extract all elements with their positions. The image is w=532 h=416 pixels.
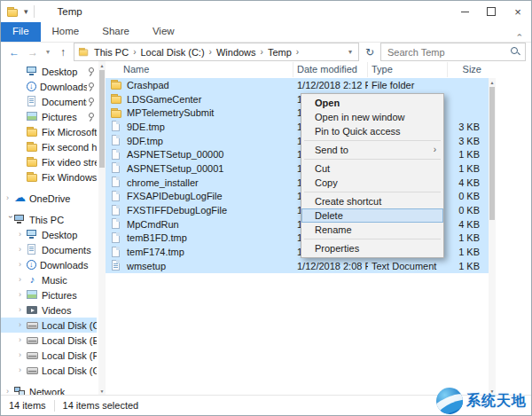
breadcrumb-segment-windows[interactable]: Windows <box>213 47 260 58</box>
sidebar-item-downloads[interactable]: Downloads <box>1 79 97 94</box>
sidebar-item-onedrive[interactable]: ›OneDrive <box>1 191 97 206</box>
up-button[interactable]: ↑ <box>55 46 71 59</box>
file-name-cell: FXSAPIDebugLogFile <box>106 191 293 202</box>
chevron-collapsed-icon[interactable]: › <box>19 306 27 314</box>
tab-share[interactable]: Share <box>90 22 141 42</box>
sidebar-item-desktop[interactable]: Desktop <box>1 64 97 79</box>
sidebar-scrollbar[interactable]: ▲ ▼ <box>98 61 106 396</box>
search-box[interactable] <box>380 43 526 61</box>
menu-item-properties[interactable]: Properties <box>301 241 443 255</box>
sidebar-item-videos[interactable]: ›Videos <box>1 302 97 318</box>
sidebar-item-label: Fix Windows 10 f <box>42 172 97 183</box>
sidebar-item-fix-second-hard[interactable]: Fix second hard <box>1 139 97 154</box>
sidebar-item-documents[interactable]: Documents <box>1 94 97 109</box>
minimize-button[interactable] <box>451 1 478 22</box>
title-bar: ▾ Temp × <box>1 1 531 22</box>
chevron-collapsed-icon[interactable]: › <box>19 231 27 239</box>
column-header-date-modified[interactable]: Date modified <box>293 62 368 77</box>
search-input[interactable] <box>386 46 511 59</box>
file-name-cell: ASPNETSetup_00000 <box>106 149 293 161</box>
sidebar-item-pictures[interactable]: Pictures <box>1 109 97 124</box>
sidebar-item-downloads[interactable]: ›Downloads <box>1 257 97 272</box>
pictures-icon <box>27 111 38 122</box>
sidebar-item-this-pc[interactable]: ›This PC <box>1 212 97 227</box>
sidebar-item-local-disk-e[interactable]: ›Local Disk (E:) <box>1 333 97 348</box>
sidebar-item-desktop[interactable]: ›Desktop <box>1 227 97 242</box>
chevron-collapsed-icon[interactable]: › <box>19 276 27 284</box>
sidebar-item-fix-microsoft-ho[interactable]: Fix Microsoft Ho <box>1 124 97 139</box>
breadcrumb-segment-local-disk-c[interactable]: Local Disk (C:) <box>137 47 207 58</box>
column-header-name[interactable]: Name <box>106 62 293 77</box>
ribbon-expand-chevron-icon[interactable]: › <box>514 34 528 36</box>
file-list-scrollbar[interactable]: ▲ ▼ <box>489 78 496 396</box>
chevron-collapsed-icon[interactable]: › <box>19 366 27 374</box>
file-row-crashpad[interactable]: Crashpad1/12/2018 2:12 PMFile folder <box>106 78 489 92</box>
sidebar-item-label: OneDrive <box>29 193 97 204</box>
tab-home[interactable]: Home <box>41 22 91 42</box>
chevron-collapsed-icon[interactable]: › <box>19 351 27 359</box>
column-header-size[interactable]: Size <box>448 62 489 77</box>
back-button[interactable]: ← <box>6 46 22 59</box>
column-header-type[interactable]: Type <box>368 62 448 77</box>
menu-item-pin-to-quick-access[interactable]: Pin to Quick access <box>301 124 443 138</box>
document-icon <box>27 244 38 255</box>
refresh-icon[interactable]: ↻ <box>362 46 378 59</box>
file-icon <box>111 232 122 244</box>
file-text-icon <box>111 260 122 271</box>
close-button[interactable]: × <box>505 1 531 22</box>
sidebar-item-documents[interactable]: ›Documents <box>1 242 97 257</box>
chevron-collapsed-icon[interactable]: › <box>19 336 27 344</box>
address-dropdown-chevron-icon[interactable]: ▾ <box>346 48 355 56</box>
search-icon[interactable] <box>511 47 520 57</box>
menu-item-create-shortcut[interactable]: Create shortcut <box>301 194 443 208</box>
file-row-wmsetup[interactable]: wmsetup1/12/2018 2:08 PMText Document1 K… <box>106 259 489 273</box>
chevron-collapsed-icon[interactable]: › <box>19 321 27 329</box>
menu-item-copy[interactable]: Copy <box>301 176 443 190</box>
breadcrumb-box[interactable]: This PC›Local Disk (C:)›Windows›Temp› ▾ <box>74 43 359 61</box>
sidebar-item-pictures[interactable]: ›Pictures <box>1 287 97 302</box>
menu-item-open-in-new-window[interactable]: Open in new window <box>301 110 443 124</box>
file-list-scrollbar-thumb[interactable] <box>489 87 495 220</box>
chevron-collapsed-icon[interactable]: › <box>19 261 27 269</box>
tab-file[interactable]: File <box>1 22 41 42</box>
history-dropdown-icon[interactable]: ▾ <box>43 48 52 56</box>
chevron-expanded-icon[interactable]: › <box>6 216 14 224</box>
breadcrumb-segment-temp[interactable]: Temp <box>264 47 295 58</box>
sidebar-item-fix-video-stream[interactable]: Fix video stream <box>1 154 97 169</box>
qat-customize-chevron-icon[interactable]: ▾ <box>24 7 28 16</box>
chevron-collapsed-icon[interactable]: › <box>19 291 27 299</box>
forward-button[interactable]: → <box>25 46 41 59</box>
sidebar-item-music[interactable]: ›Music <box>1 272 97 287</box>
disk-icon <box>27 319 38 331</box>
caption-buttons: × <box>451 1 531 22</box>
file-name-cell: MpCmdRun <box>106 218 293 230</box>
sidebar-item-label: Fix video stream <box>42 157 97 168</box>
sidebar-item-local-disk-f[interactable]: ›Local Disk (F:) <box>1 348 97 363</box>
file-name: temF174.tmp <box>127 247 184 257</box>
desktop-icon <box>27 66 38 77</box>
maximize-button[interactable] <box>478 1 505 22</box>
scroll-down-icon[interactable]: ▼ <box>98 389 106 394</box>
file-icon <box>111 218 122 230</box>
file-icon <box>111 149 122 161</box>
sidebar-item-fix-windows-10-f[interactable]: Fix Windows 10 f <box>1 169 97 184</box>
scroll-up-icon[interactable]: ▲ <box>489 80 496 85</box>
menu-separator <box>304 159 441 160</box>
videos-icon <box>27 304 38 316</box>
breadcrumb-segment-this-pc[interactable]: This PC <box>90 47 132 58</box>
chevron-collapsed-icon[interactable]: › <box>19 246 27 254</box>
sidebar-scrollbar-thumb[interactable] <box>99 70 105 168</box>
sidebar-item-local-disk-c[interactable]: ›Local Disk (C:) <box>1 318 97 333</box>
menu-item-delete[interactable]: Delete <box>301 208 443 223</box>
scroll-up-icon[interactable]: ▲ <box>98 63 106 68</box>
sidebar-item-local-disk-g[interactable]: ›Local Disk (G:) <box>1 363 97 378</box>
menu-item-cut[interactable]: Cut <box>301 161 443 176</box>
quick-access-toolbar: ▾ <box>1 5 35 18</box>
sidebar-item-label: This PC <box>29 215 97 225</box>
menu-item-open[interactable]: Open <box>301 96 443 110</box>
watermark-logo-icon <box>436 388 463 414</box>
menu-item-send-to[interactable]: Send to› <box>301 143 443 157</box>
menu-item-rename[interactable]: Rename <box>301 223 443 237</box>
tab-view[interactable]: View <box>141 22 186 42</box>
chevron-collapsed-icon[interactable]: › <box>6 194 14 202</box>
